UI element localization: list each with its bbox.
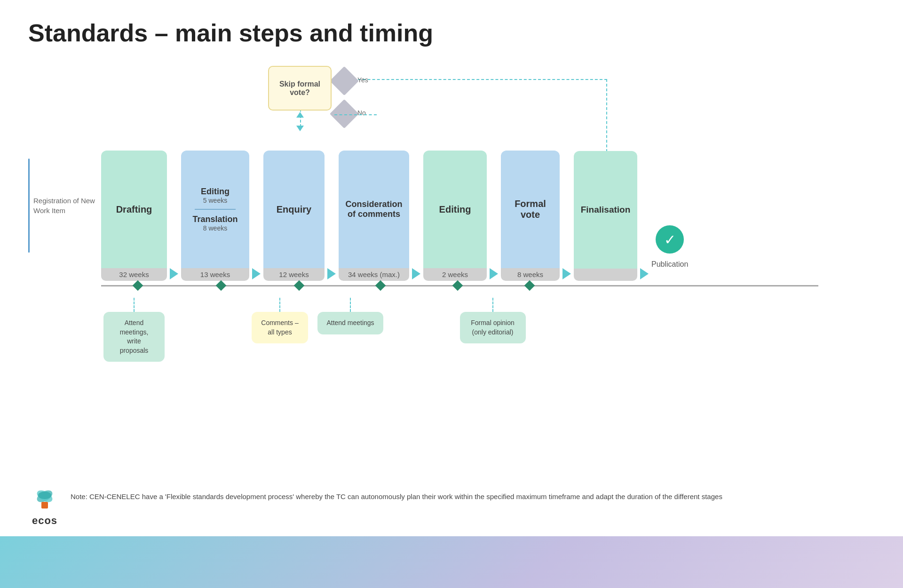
td-drafting — [133, 280, 143, 291]
step-editing2: Editing 2 weeks — [423, 151, 487, 281]
note-consideration: Attend meetings — [317, 312, 383, 334]
td-consideration — [375, 280, 386, 291]
note-formal-wrapper: Formal opinion (only editorial) — [463, 298, 522, 343]
step-finalisation: Finalisation — [574, 151, 637, 281]
step-formal-vote: Formal vote 8 weeks — [501, 151, 560, 281]
footer-area: ecos Note: CEN-CENELEC have a 'Flexible … — [28, 487, 875, 527]
td-editing — [216, 280, 227, 291]
flow-row: Registration of New Work Item Drafting 3… — [28, 151, 875, 281]
diamond-yes — [330, 66, 359, 95]
ecos-name: ecos — [32, 515, 57, 527]
dashed-vert-enquiry — [279, 298, 280, 312]
dashed-down-no — [300, 115, 301, 127]
note-consideration-wrapper: Attend meetings — [315, 298, 386, 334]
bottom-gradient — [0, 536, 903, 588]
skip-vote-box: Skip formal vote? — [268, 66, 332, 111]
diagram-area: Skip formal vote? Yes No Registration of… — [0, 61, 903, 362]
dashed-vert-drafting — [134, 298, 135, 312]
publication-area: ✓ Publication — [651, 225, 688, 281]
note-enquiry: Comments – all types — [252, 312, 308, 343]
no-label: No — [357, 109, 366, 117]
registration-label: Registration of New Work Item — [28, 159, 101, 281]
step-drafting: Drafting 32 weeks — [101, 151, 167, 281]
td-editing2 — [452, 280, 463, 291]
publication-check: ✓ — [656, 225, 684, 254]
diamond-no — [330, 99, 359, 128]
publication-label: Publication — [651, 260, 688, 269]
dashed-right-line — [606, 79, 607, 161]
note-formal: Formal opinion (only editorial) — [460, 312, 526, 343]
note-enquiry-wrapper: Comments – all types — [249, 298, 310, 343]
svg-point-2 — [38, 492, 51, 499]
td-enquiry — [294, 280, 305, 291]
skip-decision-area: Skip formal vote? Yes No — [101, 61, 875, 165]
dashed-vert-consideration — [350, 298, 351, 312]
td-formal — [524, 280, 535, 291]
note-drafting: Attend meetings, write proposals — [103, 312, 165, 362]
footer-note: Note: CEN-CENELEC have a 'Flexible stand… — [71, 487, 722, 503]
step-editing-translation: Editing 5 weeks Translation 8 weeks 13 w… — [181, 151, 249, 281]
dashed-vert-formal — [492, 298, 493, 312]
svg-rect-3 — [41, 502, 48, 509]
step-enquiry: Enquiry 12 weeks — [263, 151, 325, 281]
bottom-notes-area: Attend meetings, write proposals Comment… — [101, 298, 875, 362]
step-consideration: Consideration of comments 34 weeks (max.… — [339, 151, 409, 281]
note-drafting-wrapper: Attend meetings, write proposals — [101, 298, 167, 362]
yes-label: Yes — [357, 76, 368, 84]
dashed-no-horiz — [334, 114, 377, 115]
timeline-container — [101, 279, 875, 293]
dashed-top-line — [334, 79, 607, 80]
ecos-logo: ecos — [28, 487, 61, 527]
page-title: Standards – main steps and timing — [0, 0, 903, 56]
